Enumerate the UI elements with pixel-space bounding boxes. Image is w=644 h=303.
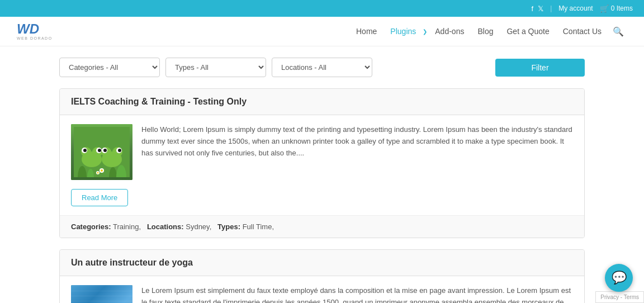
filter-button[interactable]: Filter: [495, 59, 585, 77]
social-icons: f 𝕏: [532, 4, 544, 13]
job-card-1-read-more-area: Read More: [60, 189, 584, 215]
categories-select[interactable]: Categories - All Training: [59, 58, 160, 77]
job-card-2-body: Le Lorem Ipsum est simplement du faux te…: [60, 276, 584, 303]
twitter-icon[interactable]: 𝕏: [538, 4, 543, 13]
job-card-1-footer: Categories: Training, Locations: Sydney,…: [60, 215, 584, 238]
category-value-1: Training,: [113, 222, 141, 231]
chat-bubble[interactable]: 💬: [605, 264, 633, 292]
types-select[interactable]: Types - All Full Time Part Time: [165, 58, 266, 77]
my-account-link[interactable]: My account: [558, 4, 593, 12]
header: WD WEB DORADO Home Plugins ❯ Add-ons Blo…: [0, 17, 644, 46]
svg-point-20: [101, 169, 103, 172]
privacy-notice: Privacy - Terms: [595, 291, 644, 303]
nav-home[interactable]: Home: [351, 23, 382, 39]
nav-get-quote[interactable]: Get a Quote: [501, 23, 555, 39]
search-icon[interactable]: 🔍: [609, 23, 627, 40]
job-card-2: Un autre instructeur de yoga Le Lorem Ip…: [59, 249, 585, 303]
svg-point-17: [103, 149, 107, 152]
job-card-1-body: Hello World; Lorem Ipsum is simply dummy…: [60, 115, 584, 189]
privacy-text: Privacy - Terms: [600, 294, 639, 300]
locations-select[interactable]: Locations - All Sydney Melbourne: [272, 58, 372, 77]
job-card-1-image: [71, 124, 132, 180]
cart-count: 0 Items: [611, 4, 633, 12]
svg-point-18: [118, 149, 121, 152]
job-card-2-header: Un autre instructeur de yoga: [60, 250, 584, 276]
top-bar: f 𝕏 | My account 🛒 0 Items: [0, 0, 644, 17]
svg-point-10: [83, 149, 87, 152]
type-label-1: Types:: [217, 222, 240, 231]
facebook-icon[interactable]: f: [532, 4, 534, 13]
chat-icon: 💬: [612, 271, 627, 285]
job-card-2-description: Le Lorem Ipsum est simplement du faux te…: [141, 285, 573, 303]
nav-plugins-link[interactable]: Plugins: [385, 23, 422, 39]
job-card-1: IELTS Coaching & Training - Testing Only: [59, 88, 585, 238]
nav-blog[interactable]: Blog: [472, 23, 499, 39]
type-value-1: Full Time,: [243, 222, 274, 231]
filter-bar: Categories - All Training Types - All Fu…: [59, 58, 585, 77]
category-label-1: Categories:: [71, 222, 111, 231]
job-card-1-title: IELTS Coaching & Training - Testing Only: [71, 97, 573, 107]
svg-point-11: [98, 149, 101, 152]
logo-mark: WD: [17, 22, 53, 36]
nav-addons[interactable]: Add-ons: [429, 23, 470, 39]
nav-plugins: Plugins ❯: [385, 23, 427, 39]
cart-icon: 🛒: [600, 4, 609, 13]
job-card-1-description: Hello World; Lorem Ipsum is simply dummy…: [141, 124, 573, 180]
logo[interactable]: WD WEB DORADO: [17, 22, 53, 40]
job-card-1-header: IELTS Coaching & Training - Testing Only: [60, 89, 584, 115]
svg-point-22: [97, 172, 99, 174]
plugins-chevron: ❯: [423, 29, 427, 35]
location-value-1: Sydney,: [186, 222, 211, 231]
main-nav: Home Plugins ❯ Add-ons Blog Get a Quote …: [351, 23, 627, 40]
read-more-button-1[interactable]: Read More: [71, 189, 128, 206]
top-bar-divider: |: [550, 4, 552, 12]
location-label-1: Locations:: [147, 222, 184, 231]
main-content: Categories - All Training Types - All Fu…: [48, 46, 596, 303]
job-card-2-title: Un autre instructeur de yoga: [71, 258, 573, 268]
cart-area[interactable]: 🛒 0 Items: [600, 4, 633, 13]
nav-contact[interactable]: Contact Us: [557, 23, 607, 39]
job-card-2-image: [71, 285, 132, 303]
logo-sub: WEB DORADO: [17, 36, 53, 40]
